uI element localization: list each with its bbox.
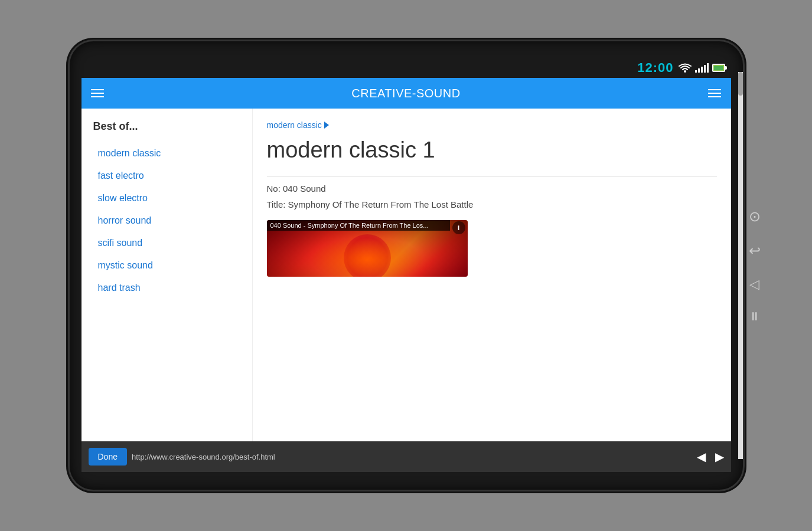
back-icon[interactable]: ↩ [749,242,761,259]
battery-icon [712,64,725,72]
main-detail: modern classic modern classic 1 No: 040 … [253,109,731,441]
breadcrumb-arrow-icon [324,122,329,129]
page-title: modern classic 1 [267,137,717,164]
breadcrumb-label: modern classic [267,120,322,130]
video-label: 040 Sound - Symphony Of The Return From … [267,220,450,231]
status-time: 12:00 [637,60,673,76]
sidebar-item-scifi-sound[interactable]: scifi sound [93,232,240,254]
status-icons [679,63,725,73]
bottom-bar: Done http://www.creative-sound.org/best-… [81,441,731,472]
side-hardware-buttons: ⊙ ↩ ◁ ⏸ [749,208,761,323]
done-button[interactable]: Done [89,448,127,466]
right-menu-button[interactable] [708,89,721,97]
url-bar: http://www.creative-sound.org/best-of.ht… [132,453,692,461]
track-title: Title: Symphony Of The Return From The L… [267,198,717,211]
menu-icon[interactable]: ⏸ [749,310,761,323]
app-content: Best of... modern classic fast electro s… [81,109,731,441]
app-header: CREATIVE-SOUND [81,78,731,109]
divider [267,176,717,176]
forward-arrow-button[interactable]: ▶ [715,450,724,464]
back-arrow-button[interactable]: ◀ [697,450,706,464]
sidebar-item-fast-electro[interactable]: fast electro [93,165,240,187]
sidebar-item-slow-electro[interactable]: slow electro [93,187,240,209]
sidebar-section-title: Best of... [93,120,240,133]
screen: CREATIVE-SOUND Best of... modern classic… [81,78,731,472]
video-thumbnail[interactable]: 040 Sound - Symphony Of The Return From … [267,220,468,277]
svg-point-0 [684,70,686,73]
tablet-device: 12:00 [70,41,743,490]
signal-icon [695,63,709,73]
status-bar: 12:00 [81,59,731,78]
video-info-icon[interactable]: i [452,221,465,234]
sidebar-item-hard-trash[interactable]: hard trash [93,277,240,299]
sidebar-item-horror-sound[interactable]: horror sound [93,209,240,232]
bottom-controls: Done http://www.creative-sound.org/best-… [89,448,724,466]
breadcrumb[interactable]: modern classic [267,120,717,130]
nav-arrows: ◀ ▶ [697,450,724,464]
app-title: CREATIVE-SOUND [351,87,460,100]
sidebar-item-mystic-sound[interactable]: mystic sound [93,254,240,277]
track-number: No: 040 Sound [267,183,717,194]
sidebar-item-modern-classic[interactable]: modern classic [93,142,240,165]
home-icon[interactable]: ◁ [749,277,759,292]
video-bg-graphic [344,234,391,277]
left-menu-button[interactable] [91,89,104,97]
wifi-icon [679,63,692,73]
sidebar: Best of... modern classic fast electro s… [81,109,253,441]
power-icon[interactable]: ⊙ [749,208,761,225]
